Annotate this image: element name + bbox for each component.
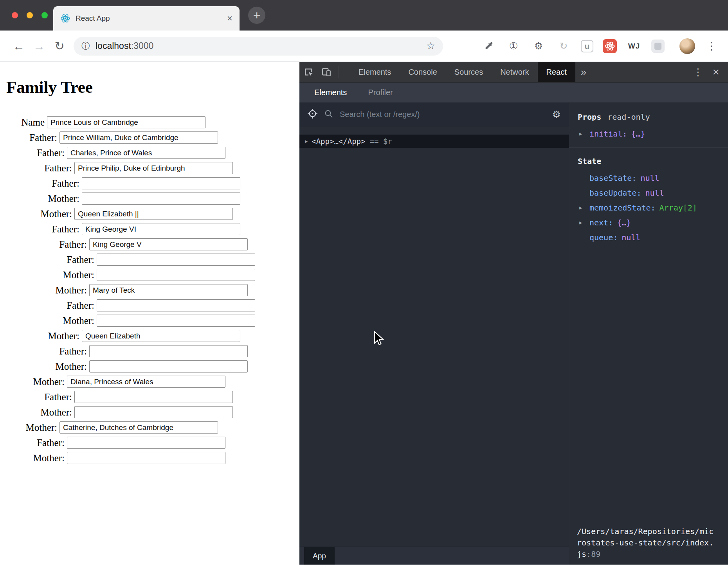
gear-extension-icon[interactable]: ⚙ bbox=[531, 38, 546, 54]
field-label: Mother: bbox=[25, 453, 67, 464]
expand-arrow-icon[interactable]: ▶ bbox=[305, 139, 308, 144]
component-search-input[interactable] bbox=[340, 110, 546, 119]
element-picker-icon[interactable] bbox=[307, 108, 318, 121]
field-input-father[interactable] bbox=[59, 131, 218, 144]
field-input-mother[interactable] bbox=[82, 330, 240, 342]
page-title: Family Tree bbox=[6, 77, 299, 97]
field-label: Mother: bbox=[55, 315, 97, 326]
tab-close-icon[interactable]: × bbox=[227, 14, 232, 23]
devtools-tab-console[interactable]: Console bbox=[400, 62, 445, 82]
react-panel-tab-profiler[interactable]: Profiler bbox=[368, 88, 393, 97]
eyedropper-extension-icon[interactable] bbox=[481, 38, 496, 54]
field-input-father[interactable] bbox=[67, 437, 225, 449]
inspector-entry-next[interactable]: ▶next:{…} bbox=[569, 215, 728, 230]
field-input-mother[interactable] bbox=[97, 315, 255, 327]
browser-menu-icon[interactable]: ⋮ bbox=[704, 40, 719, 52]
devtools-tab-react[interactable]: React bbox=[538, 62, 575, 82]
bookmark-star-icon[interactable]: ☆ bbox=[426, 40, 435, 52]
expand-arrow-icon[interactable]: ▶ bbox=[579, 220, 586, 225]
field-row: Father: bbox=[5, 299, 299, 311]
entry-key: baseState: bbox=[589, 173, 636, 183]
field-row: Father: bbox=[5, 254, 299, 266]
breadcrumb-app[interactable]: App bbox=[304, 547, 335, 565]
field-input-mother[interactable] bbox=[74, 208, 233, 220]
inspector-entry-initial[interactable]: ▶initial:{…} bbox=[569, 126, 728, 141]
address-bar[interactable]: ⓘ localhost:3000 ☆ bbox=[74, 37, 443, 56]
props-section: Props read-only ▶initial:{…} bbox=[569, 103, 728, 148]
site-info-icon[interactable]: ⓘ bbox=[81, 40, 90, 52]
field-label: Mother: bbox=[55, 270, 97, 281]
component-tree-row-app[interactable]: ▶ <App>…</App> == $r bbox=[299, 135, 569, 148]
more-tabs-icon[interactable]: » bbox=[575, 66, 592, 78]
field-input-father[interactable] bbox=[97, 299, 255, 311]
component-breadcrumb-bar: App bbox=[299, 547, 569, 565]
field-label: Father: bbox=[40, 178, 82, 189]
state-entries: baseState:nullbaseUpdate:null▶memoizedSt… bbox=[569, 171, 728, 245]
field-label: Father: bbox=[33, 163, 74, 174]
source-line: :89 bbox=[586, 549, 600, 559]
browser-tab[interactable]: React App × bbox=[53, 6, 240, 31]
new-tab-button[interactable]: + bbox=[248, 7, 265, 24]
devtools-menu-icon[interactable]: ⋮ bbox=[688, 66, 708, 78]
extension-icon[interactable] bbox=[651, 40, 665, 53]
field-input-mother[interactable] bbox=[67, 376, 225, 388]
circled-one-extension-icon[interactable]: ① bbox=[506, 38, 521, 54]
devtools-tab-network[interactable]: Network bbox=[492, 62, 537, 82]
field-row: Mother: bbox=[5, 284, 299, 296]
field-input-father[interactable] bbox=[82, 177, 240, 189]
field-input-mother[interactable] bbox=[89, 360, 248, 372]
search-icon bbox=[324, 109, 333, 120]
field-row: Mother: bbox=[5, 406, 299, 418]
u-extension-icon[interactable]: u bbox=[581, 40, 593, 52]
field-row: Father: bbox=[5, 223, 299, 235]
field-input-father[interactable] bbox=[74, 391, 233, 403]
state-title: State bbox=[569, 148, 728, 171]
field-input-name[interactable] bbox=[47, 116, 205, 128]
family-tree-form: NameFather:Father:Father:Father:Mother:M… bbox=[5, 116, 299, 464]
window-zoom-button[interactable] bbox=[41, 12, 48, 18]
field-input-father[interactable] bbox=[89, 238, 248, 250]
expand-arrow-icon[interactable]: ▶ bbox=[579, 205, 586, 211]
entry-value: null bbox=[645, 188, 664, 198]
window-close-button[interactable] bbox=[12, 12, 18, 18]
inspect-element-icon[interactable] bbox=[299, 67, 317, 77]
device-toolbar-icon[interactable] bbox=[317, 67, 335, 77]
field-input-mother[interactable] bbox=[82, 193, 240, 205]
devtools-tab-elements[interactable]: Elements bbox=[350, 62, 400, 82]
field-input-mother[interactable] bbox=[89, 284, 248, 296]
wj-extension-icon[interactable]: WJ bbox=[626, 38, 642, 54]
entry-value: Array[2] bbox=[660, 203, 697, 212]
field-input-father[interactable] bbox=[89, 345, 248, 357]
window-controls bbox=[0, 12, 48, 18]
inspector-entry-memoizedState[interactable]: ▶memoizedState:Array[2] bbox=[569, 200, 728, 215]
back-button[interactable]: ← bbox=[9, 40, 29, 53]
field-label: Father: bbox=[55, 254, 97, 265]
react-panel-tab-elements[interactable]: Elements bbox=[314, 88, 347, 97]
react-logo-icon bbox=[60, 13, 70, 23]
entry-value: null bbox=[622, 233, 640, 242]
field-input-father[interactable] bbox=[74, 162, 233, 174]
window-minimize-button[interactable] bbox=[27, 12, 33, 18]
field-input-father[interactable] bbox=[67, 147, 225, 159]
avatar[interactable] bbox=[679, 38, 695, 54]
url-port: :3000 bbox=[131, 41, 154, 51]
react-devtools-extension-icon[interactable] bbox=[603, 39, 617, 53]
entry-key: initial: bbox=[589, 129, 627, 139]
field-input-mother[interactable] bbox=[67, 452, 225, 464]
devtools-close-icon[interactable]: × bbox=[708, 65, 728, 79]
react-devtools-tabs: ElementsProfiler bbox=[299, 83, 728, 103]
expand-arrow-icon[interactable]: ▶ bbox=[579, 131, 586, 137]
field-input-father[interactable] bbox=[82, 223, 240, 235]
entry-key: queue: bbox=[589, 233, 618, 242]
settings-gear-icon[interactable]: ⚙ bbox=[552, 109, 561, 120]
field-input-father[interactable] bbox=[97, 254, 255, 266]
source-path[interactable]: /Users/taras/Repositories/microstates-us… bbox=[577, 526, 716, 560]
forward-button[interactable]: → bbox=[29, 40, 49, 53]
devtools-tab-sources[interactable]: Sources bbox=[446, 62, 492, 82]
field-input-mother[interactable] bbox=[74, 406, 233, 418]
reload-button[interactable]: ↻ bbox=[49, 39, 70, 53]
field-input-mother[interactable] bbox=[97, 269, 255, 281]
field-input-mother[interactable] bbox=[59, 421, 218, 434]
rotate-extension-icon[interactable]: ↻ bbox=[556, 38, 571, 54]
field-row: Mother: bbox=[5, 193, 299, 205]
